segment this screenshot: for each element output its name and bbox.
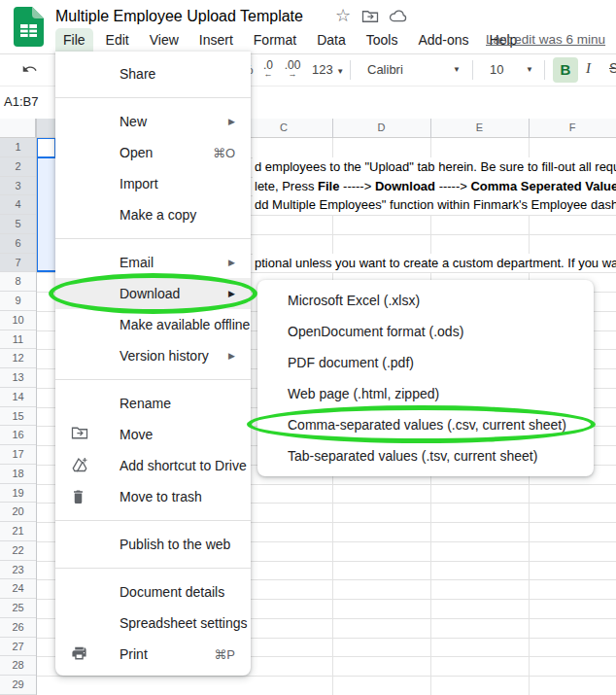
row-header-24[interactable]: 24 — [0, 579, 36, 599]
file-menu-item-label: New — [120, 114, 228, 129]
file-menu-item-label: Make available offline — [120, 317, 250, 332]
file-menu-item-version-history[interactable]: Version history▶ — [55, 340, 251, 371]
font-name-select[interactable]: Calibri — [367, 62, 403, 77]
row-header-12[interactable]: 12 — [0, 349, 36, 368]
more-formats-button[interactable]: 123 ▼ — [312, 62, 344, 77]
file-menu-item-move-to-trash[interactable]: Move to trash — [55, 481, 251, 512]
row-header-5[interactable]: 5 — [0, 215, 36, 234]
chevron-down-icon[interactable]: ▼ — [526, 65, 533, 74]
row-header-19[interactable]: 19 — [0, 484, 36, 504]
row-header-14[interactable]: 14 — [0, 388, 36, 407]
submenu-arrow-icon: ▶ — [228, 258, 235, 267]
menu-add-ons[interactable]: Add-ons — [410, 28, 476, 53]
italic-button[interactable]: I — [586, 60, 591, 77]
file-menu-item-make-a-copy[interactable]: Make a copy — [55, 199, 251, 230]
star-icon[interactable]: ☆ — [335, 7, 351, 24]
menu-tools[interactable]: Tools — [359, 28, 406, 53]
select-all-corner[interactable] — [0, 118, 36, 138]
row-header-10[interactable]: 10 — [0, 311, 36, 330]
row-header-15[interactable]: 15 — [0, 407, 36, 427]
menu-format[interactable]: Format — [246, 28, 304, 53]
menu-data[interactable]: Data — [309, 28, 354, 53]
row-header-22[interactable]: 22 — [0, 541, 36, 561]
file-menu-item-import[interactable]: Import — [55, 168, 251, 199]
active-cell-a1[interactable] — [36, 137, 56, 158]
file-menu-items: ShareNew▶Open⌘OImportMake a copyEmail▶Do… — [55, 58, 251, 670]
column-header-d[interactable]: D — [378, 118, 386, 138]
download-submenu-item-pdf-document-pdf[interactable]: PDF document (.pdf) — [257, 347, 594, 378]
column-header-f[interactable]: F — [569, 118, 576, 138]
row-header-9[interactable]: 9 — [0, 292, 36, 311]
row-header-28[interactable]: 28 — [0, 656, 36, 676]
strikethrough-button[interactable]: S — [609, 60, 616, 76]
file-menu: ShareNew▶Open⌘OImportMake a copyEmail▶Do… — [55, 52, 251, 676]
download-submenu-item-microsoft-excel-xlsx[interactable]: Microsoft Excel (.xlsx) — [257, 285, 594, 316]
row-header-18[interactable]: 18 — [0, 465, 36, 484]
menu-edit[interactable]: Edit — [98, 28, 137, 53]
row-header-20[interactable]: 20 — [0, 503, 36, 522]
file-menu-item-label: Spreadsheet settings — [120, 615, 248, 631]
file-menu-item-new[interactable]: New▶ — [55, 106, 251, 137]
increase-decimal-button[interactable]: .00 → — [283, 60, 302, 78]
row-header-3[interactable]: 3 — [0, 177, 36, 196]
file-menu-item-share[interactable]: Share — [55, 58, 251, 89]
bold-button[interactable]: B — [553, 57, 578, 83]
menu-view[interactable]: View — [142, 28, 187, 53]
row-header-11[interactable]: 11 — [0, 330, 36, 350]
column-header-e[interactable]: E — [476, 118, 483, 138]
decrease-decimal-button[interactable]: .0 ← — [258, 60, 278, 78]
file-menu-item-label: Email — [120, 255, 228, 270]
row-header-7[interactable]: 7 — [0, 254, 36, 273]
move-to-folder-icon[interactable] — [361, 9, 379, 28]
undo-icon[interactable] — [21, 60, 39, 81]
shortcut-label: ⌘O — [213, 146, 235, 160]
row-header-23[interactable]: 23 — [0, 561, 36, 580]
row-header-17[interactable]: 17 — [0, 445, 36, 465]
row-header-6[interactable]: 6 — [0, 234, 36, 254]
file-menu-item-publish-to-the-web[interactable]: Publish to the web — [55, 529, 251, 560]
cloud-saved-icon[interactable] — [389, 9, 407, 27]
row-header-1[interactable]: 1 — [0, 138, 36, 157]
row-header-13[interactable]: 13 — [0, 368, 36, 388]
column-header-a-selected[interactable] — [36, 118, 56, 137]
file-menu-item-rename[interactable]: Rename — [55, 388, 251, 419]
blank-icon — [71, 347, 88, 365]
download-submenu-item-tab-separated-values-tsv-current-sheet[interactable]: Tab-separated values (.tsv, current shee… — [257, 440, 594, 471]
file-menu-item-open[interactable]: Open⌘O — [55, 137, 251, 168]
menu-divider — [55, 568, 251, 569]
toolbar-divider — [544, 60, 545, 80]
sheets-logo-icon[interactable] — [13, 6, 45, 52]
file-menu-item-move[interactable]: Move — [55, 419, 251, 450]
name-box[interactable]: A1:B7 — [4, 94, 38, 109]
file-menu-item-label: Open — [120, 145, 213, 160]
row-header-2[interactable]: 2 — [0, 157, 36, 177]
download-submenu-item-opendocument-format-ods[interactable]: OpenDocument format (.ods) — [257, 316, 594, 347]
file-menu-item-spreadsheet-settings[interactable]: Spreadsheet settings — [55, 608, 251, 639]
blank-icon — [71, 316, 88, 333]
file-menu-item-print[interactable]: Print⌘P — [55, 639, 251, 670]
last-edit-link[interactable]: Last edit was 6 minu — [486, 32, 605, 47]
font-size-select[interactable]: 10 — [490, 62, 503, 77]
row-header-25[interactable]: 25 — [0, 599, 36, 618]
file-menu-item-label: Share — [120, 66, 235, 82]
csv-highlight-oval — [247, 405, 596, 443]
chevron-down-icon[interactable]: ▼ — [453, 65, 461, 74]
shortcut-label: ⌘P — [214, 647, 235, 662]
row-header-4[interactable]: 4 — [0, 195, 36, 215]
row-header-16[interactable]: 16 — [0, 426, 36, 445]
row-header-27[interactable]: 27 — [0, 638, 36, 657]
menu-file[interactable]: File — [55, 28, 93, 53]
row-header-29[interactable]: 29 — [0, 676, 36, 695]
row-header-8[interactable]: 8 — [0, 272, 36, 292]
column-header-c[interactable]: C — [280, 118, 288, 138]
menu-divider — [55, 97, 251, 98]
row-header-21[interactable]: 21 — [0, 522, 36, 541]
row-header-26[interactable]: 26 — [0, 618, 36, 638]
file-menu-item-label: Version history — [120, 348, 228, 364]
blank-icon — [71, 254, 88, 271]
file-menu-item-add-shortcut-to-drive[interactable]: Add shortcut to Drive — [55, 450, 251, 481]
blank-icon — [71, 395, 88, 412]
file-menu-item-document-details[interactable]: Document details — [55, 576, 251, 608]
menu-insert[interactable]: Insert — [191, 28, 241, 53]
document-title[interactable]: Multiple Employee Upload Template — [55, 8, 303, 25]
